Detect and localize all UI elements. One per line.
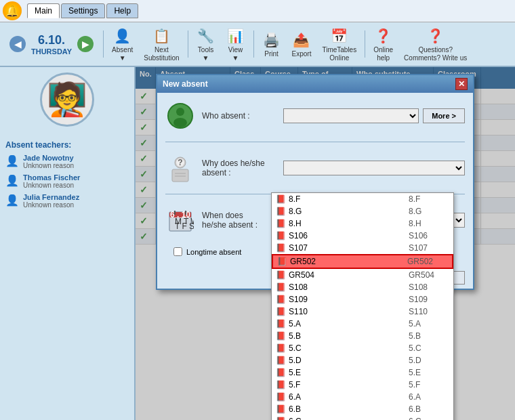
dropdown-item-name: 8.G xyxy=(289,207,406,216)
print-button[interactable]: 🖨️ Print xyxy=(258,29,285,59)
dropdown-item[interactable]: 📕 S108 S108 xyxy=(272,281,453,293)
menu-tab-help[interactable]: Help xyxy=(106,3,138,18)
why-absent-input-area xyxy=(283,161,465,175)
dropdown-item[interactable]: 📕 S110 S110 xyxy=(272,306,453,318)
why-absent-select[interactable] xyxy=(283,161,465,175)
questions-label: Questions? xyxy=(418,46,453,54)
teacher-item-thomas: 👤 Thomas Fischer Unknown reason xyxy=(5,173,129,189)
dropdown-list[interactable]: 📕 8.F 8.F 📕 8.G 8.G 📕 8.H 8.H 📕 S106 S10… xyxy=(271,192,454,420)
dropdown-item[interactable]: 📕 8.H 8.H xyxy=(272,217,453,230)
timetables-label2: Online xyxy=(329,54,349,62)
toolbar-divider4 xyxy=(365,30,365,58)
modal-title: New absent xyxy=(163,79,208,89)
dropdown-item-name: GR504 xyxy=(289,270,406,280)
dropdown-item[interactable]: 📕 S109 S109 xyxy=(272,293,453,306)
nav-prev-button[interactable]: ◀ xyxy=(9,36,26,52)
online-help-icon: ❓ xyxy=(374,26,393,45)
questions-label2: Comments? Write us xyxy=(404,54,467,62)
who-absent-select[interactable] xyxy=(283,108,419,123)
questions-button[interactable]: ❓ Questions? Comments? Write us xyxy=(400,25,471,63)
why-absent-icon: ? xyxy=(165,153,195,183)
main-content: 🧑‍🏫 Absent teachers: 👤 Jade Nowotny Unkn… xyxy=(0,67,515,420)
print-label: Print xyxy=(264,50,279,58)
view-button[interactable]: 📊 View ▼ xyxy=(222,25,249,63)
dropdown-book-icon: 📕 xyxy=(276,307,286,316)
tools-button[interactable]: 🔧 Tools ▼ xyxy=(192,25,220,63)
dropdown-item[interactable]: 📕 S107 S107 xyxy=(272,242,453,254)
next-subst-icon: 📋 xyxy=(152,26,171,45)
who-absent-row: Who absent : More > xyxy=(165,101,465,131)
dropdown-item[interactable]: 📕 5.E 5.E xyxy=(272,366,453,379)
dropdown-item[interactable]: 📕 S106 S106 xyxy=(272,230,453,242)
dropdown-item[interactable]: 📕 6.B 6.B xyxy=(272,403,453,415)
dropdown-item-code: 6.B xyxy=(409,404,449,414)
more-button[interactable]: More > xyxy=(423,108,465,123)
next-subst-label2: Substitution xyxy=(144,54,179,62)
teacher-name-jade[interactable]: Jade Nowotny xyxy=(23,154,74,162)
modal-close-button[interactable]: ✕ xyxy=(455,78,468,90)
next-substitution-button[interactable]: 📋 Next Substitution xyxy=(140,25,183,63)
dropdown-item-code: GR504 xyxy=(409,270,449,280)
teacher-name-thomas[interactable]: Thomas Fischer xyxy=(23,173,80,182)
dropdown-scroll[interactable]: 📕 8.F 8.F 📕 8.G 8.G 📕 8.H 8.H 📕 S106 S10… xyxy=(272,193,453,420)
dropdown-item-code: 5.E xyxy=(409,368,449,377)
dropdown-item[interactable]: 📕 5.A 5.A xyxy=(272,318,453,330)
dropdown-item[interactable]: 📕 5.B 5.B xyxy=(272,330,453,342)
dropdown-item-name: 8.F xyxy=(289,194,406,204)
dropdown-book-icon: 📕 xyxy=(276,343,286,353)
svg-point-2 xyxy=(173,118,187,127)
online-help-button[interactable]: ❓ Online help xyxy=(369,25,397,63)
dropdown-item-name: S107 xyxy=(289,243,406,253)
dropdown-item[interactable]: 📕 5.D 5.D xyxy=(272,354,453,366)
timetables-label: TimeTables xyxy=(322,46,356,54)
dropdown-book-icon: 📕 xyxy=(276,295,286,304)
tools-icon: 🔧 xyxy=(197,26,215,45)
dropdown-item[interactable]: 📕 6.A 6.A xyxy=(272,391,453,403)
dropdown-book-icon: 📕 xyxy=(276,231,286,240)
absent-button[interactable]: 👤 Absent ▼ xyxy=(108,25,137,63)
dropdown-item[interactable]: 📕 GR502 GR502 xyxy=(272,254,453,269)
view-icon: 📊 xyxy=(226,26,245,45)
dropdown-item[interactable]: 📕 8.F 8.F xyxy=(272,193,453,205)
dropdown-item-name: 8.H xyxy=(289,219,406,228)
dropdown-item-name: S106 xyxy=(289,231,406,240)
dropdown-item[interactable]: 📕 6.C 6.C xyxy=(272,415,453,420)
dropdown-book-icon: 📕 xyxy=(276,319,286,329)
dropdown-item[interactable]: 📕 GR504 GR504 xyxy=(272,269,453,281)
menu-tab-settings[interactable]: Settings xyxy=(61,3,105,18)
dropdown-item-code: 5.A xyxy=(409,319,449,329)
menu-tab-main[interactable]: Main xyxy=(27,3,60,18)
teacher-reason-julia: Unknown reason xyxy=(23,201,79,209)
dropdown-book-icon: 📕 xyxy=(276,417,286,420)
nav-next-button[interactable]: ▶ xyxy=(77,36,94,52)
dropdown-item[interactable]: 📕 5.F 5.F xyxy=(272,379,453,391)
who-absent-icon xyxy=(165,101,195,131)
absent-label: Absent xyxy=(112,46,133,54)
dropdown-item[interactable]: 📕 8.G 8.G xyxy=(272,205,453,217)
dropdown-item-code: 8.F xyxy=(409,194,449,204)
absent-sublabel: ▼ xyxy=(119,54,126,62)
dropdown-book-icon: 📕 xyxy=(276,392,286,402)
dropdown-item-code: 5.B xyxy=(409,331,449,341)
date-day: THURSDAY xyxy=(31,47,72,56)
dropdown-item-name: 5.A xyxy=(289,319,406,329)
export-button[interactable]: 📤 Export xyxy=(288,29,316,59)
app-logo: 🔔 xyxy=(3,1,22,20)
dropdown-item-name: 6.B xyxy=(289,404,406,414)
dropdown-item[interactable]: 📕 5.C 5.C xyxy=(272,342,453,354)
teacher-name-julia[interactable]: Julia Fernandez xyxy=(23,193,79,201)
teacher-item-jade: 👤 Jade Nowotny Unknown reason xyxy=(5,154,129,169)
toolbar-divider xyxy=(103,30,104,58)
longtime-label: Longtime absent xyxy=(186,248,241,256)
longtime-checkbox[interactable] xyxy=(173,247,182,256)
timetables-button[interactable]: 📅 TimeTables Online xyxy=(318,25,360,63)
print-icon: 🖨️ xyxy=(262,30,281,49)
dropdown-item-name: 5.D xyxy=(289,356,406,365)
tools-arrow: ▼ xyxy=(203,54,209,62)
dropdown-book-icon: 📕 xyxy=(276,380,286,390)
modal-overlay: New absent ✕ Who absent : xyxy=(136,67,515,420)
view-label: View xyxy=(228,46,243,54)
export-icon: 📤 xyxy=(292,30,311,49)
teacher-icon-julia: 👤 xyxy=(5,194,19,207)
left-panel: 🧑‍🏫 Absent teachers: 👤 Jade Nowotny Unkn… xyxy=(0,67,136,420)
